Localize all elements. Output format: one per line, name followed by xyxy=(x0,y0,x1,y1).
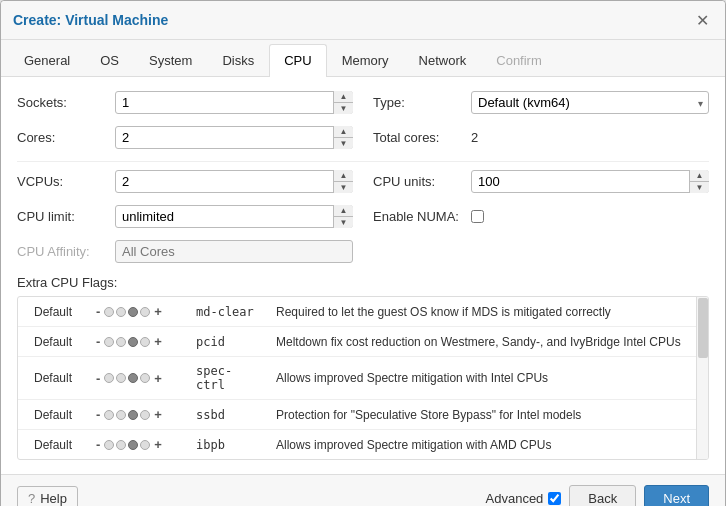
dialog-title: Create: Virtual Machine xyxy=(13,12,168,28)
cpu-limit-increment[interactable]: ▲ xyxy=(334,205,353,217)
flag-name: spec-ctrl xyxy=(188,357,268,400)
divider-1 xyxy=(17,161,709,162)
sockets-decrement[interactable]: ▼ xyxy=(334,103,353,114)
flag-minus-button[interactable]: - xyxy=(94,437,102,452)
toggle-dot xyxy=(140,307,150,317)
vcpus-field: VCPUs: ▲ ▼ xyxy=(17,170,353,193)
next-button[interactable]: Next xyxy=(644,485,709,506)
flag-minus-button[interactable]: - xyxy=(94,407,102,422)
cores-increment[interactable]: ▲ xyxy=(334,126,353,138)
flag-row: Default-+ssbdProtection for "Speculative… xyxy=(18,400,708,430)
enable-numa-checkbox[interactable] xyxy=(471,210,484,223)
flag-description: Meltdown fix cost reduction on Westmere,… xyxy=(268,327,708,357)
vcpus-input[interactable] xyxy=(115,170,353,193)
help-button[interactable]: ? Help xyxy=(17,486,78,506)
flag-plus-button[interactable]: + xyxy=(152,304,164,319)
flag-toggle[interactable]: -+ xyxy=(88,430,188,460)
type-label: Type: xyxy=(373,95,463,110)
flag-default-label: Default xyxy=(18,430,88,460)
flag-default-label: Default xyxy=(18,400,88,430)
cpu-units-spinner: ▲ ▼ xyxy=(689,170,709,193)
flag-minus-button[interactable]: - xyxy=(94,334,102,349)
flag-minus-button[interactable]: - xyxy=(94,304,102,319)
toggle-dot xyxy=(104,410,114,420)
cpu-limit-decrement[interactable]: ▼ xyxy=(334,217,353,228)
cpu-units-input[interactable] xyxy=(471,170,709,193)
flag-row: Default-+spec-ctrlAllows improved Spectr… xyxy=(18,357,708,400)
vcpus-spinner: ▲ ▼ xyxy=(333,170,353,193)
cores-decrement[interactable]: ▼ xyxy=(334,138,353,149)
flag-toggle-dots xyxy=(104,373,150,383)
cores-input-wrapper: ▲ ▼ xyxy=(115,126,353,149)
flag-toggle[interactable]: -+ xyxy=(88,297,188,327)
flag-toggle[interactable]: -+ xyxy=(88,357,188,400)
cpu-limit-input[interactable] xyxy=(115,205,353,228)
flag-description: Allows improved Spectre mitigation with … xyxy=(268,357,708,400)
cores-input[interactable] xyxy=(115,126,353,149)
flag-default-label: Default xyxy=(18,327,88,357)
flag-toggle-dots xyxy=(104,440,150,450)
flag-plus-button[interactable]: + xyxy=(152,371,164,386)
cpu-units-increment[interactable]: ▲ xyxy=(690,170,709,182)
flag-toggle[interactable]: -+ xyxy=(88,327,188,357)
enable-numa-field: Enable NUMA: xyxy=(373,205,709,228)
flag-plus-button[interactable]: + xyxy=(152,437,164,452)
flag-minus-button[interactable]: - xyxy=(94,371,102,386)
flag-plus-button[interactable]: + xyxy=(152,334,164,349)
toggle-dot xyxy=(104,440,114,450)
toggle-dot xyxy=(116,337,126,347)
form-row-5: CPU Affinity: xyxy=(17,240,709,263)
toggle-dot xyxy=(128,337,138,347)
flag-row: Default-+md-clearRequired to let the gue… xyxy=(18,297,708,327)
toggle-dot xyxy=(140,337,150,347)
advanced-checkbox[interactable] xyxy=(548,492,561,505)
tab-content: Sockets: ▲ ▼ Type: Default (kvm64) ▾ xyxy=(1,77,725,474)
tab-system[interactable]: System xyxy=(134,44,207,76)
flag-description: Allows improved Spectre mitigation with … xyxy=(268,430,708,460)
flag-name: ibpb xyxy=(188,430,268,460)
tab-os[interactable]: OS xyxy=(85,44,134,76)
enable-numa-label: Enable NUMA: xyxy=(373,209,463,224)
cpu-limit-spinner: ▲ ▼ xyxy=(333,205,353,228)
cpu-affinity-input[interactable] xyxy=(115,240,353,263)
flag-toggle[interactable]: -+ xyxy=(88,400,188,430)
back-button[interactable]: Back xyxy=(569,485,636,506)
form-row-4: CPU limit: ▲ ▼ Enable NUMA: xyxy=(17,205,709,228)
sockets-increment[interactable]: ▲ xyxy=(334,91,353,103)
advanced-checkbox-label[interactable]: Advanced xyxy=(486,491,562,506)
tab-memory[interactable]: Memory xyxy=(327,44,404,76)
toggle-dot xyxy=(128,440,138,450)
flag-default-label: Default xyxy=(18,297,88,327)
form-row-1: Sockets: ▲ ▼ Type: Default (kvm64) ▾ xyxy=(17,91,709,114)
vcpus-label: VCPUs: xyxy=(17,174,107,189)
vcpus-increment[interactable]: ▲ xyxy=(334,170,353,182)
type-select[interactable]: Default (kvm64) xyxy=(471,91,709,114)
toggle-dot xyxy=(128,307,138,317)
toggle-dot xyxy=(116,307,126,317)
scrollbar[interactable] xyxy=(696,297,708,459)
sockets-input-wrapper: ▲ ▼ xyxy=(115,91,353,114)
flag-row: Default-+pcidMeltdown fix cost reduction… xyxy=(18,327,708,357)
flag-plus-button[interactable]: + xyxy=(152,407,164,422)
dialog-footer: ? Help Advanced Back Next xyxy=(1,474,725,506)
enable-numa-checkbox-wrapper xyxy=(471,210,484,223)
vcpus-decrement[interactable]: ▼ xyxy=(334,182,353,193)
flags-table-wrapper: Default-+md-clearRequired to let the gue… xyxy=(17,296,709,460)
flag-toggle-dots xyxy=(104,307,150,317)
tab-disks[interactable]: Disks xyxy=(207,44,269,76)
toggle-dot xyxy=(104,307,114,317)
cpu-affinity-label: CPU Affinity: xyxy=(17,244,107,259)
scrollbar-thumb[interactable] xyxy=(698,298,708,358)
toggle-dot xyxy=(140,410,150,420)
flag-row: Default-+ibpbAllows improved Spectre mit… xyxy=(18,430,708,460)
tab-cpu[interactable]: CPU xyxy=(269,44,326,77)
sockets-input[interactable] xyxy=(115,91,353,114)
toggle-dot xyxy=(104,337,114,347)
tab-general[interactable]: General xyxy=(9,44,85,76)
toggle-dot xyxy=(140,373,150,383)
tab-network[interactable]: Network xyxy=(404,44,482,76)
toggle-dot xyxy=(128,410,138,420)
close-button[interactable]: ✕ xyxy=(691,9,713,31)
flag-toggle-dots xyxy=(104,337,150,347)
cpu-units-decrement[interactable]: ▼ xyxy=(690,182,709,193)
